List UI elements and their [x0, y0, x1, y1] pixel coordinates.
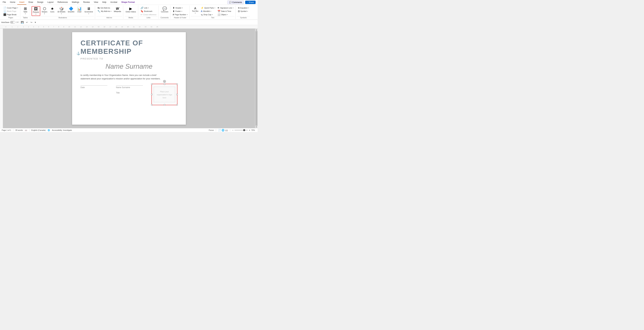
zoom-thumb[interactable] [243, 129, 245, 131]
ribbon-group-tables: ⊞ Table ▾ Tables [21, 5, 30, 19]
tab-acrobat[interactable]: Acrobat [108, 0, 119, 5]
document-area[interactable]: ⚓ CERTIFICATE OF MEMBERSHIP PRESENTED TO… [3, 29, 255, 128]
signature-line-dropdown: ▾ [233, 7, 234, 9]
tab-design[interactable]: Design [35, 0, 45, 5]
link-button[interactable]: 🔗 Link ▾ [140, 6, 158, 9]
tab-references[interactable]: References [56, 0, 70, 5]
ribbon-group-pages: 📄 Cover Page ▾ 📃 Blank Page ⬛ Page Break [1, 5, 20, 19]
handle-top-left[interactable] [151, 83, 152, 85]
logo-box-wrapper[interactable]: ↻ Place your organization's logo here [152, 84, 178, 105]
object-button[interactable]: ⬜ Object ▾ [216, 13, 234, 16]
tab-draw[interactable]: Draw [26, 0, 35, 5]
drop-cap-button[interactable]: ⬎ Drop Cap ▾ [200, 13, 216, 16]
wordart-label: WordArt [203, 10, 210, 12]
tab-shape-format[interactable]: Shape Format [119, 0, 137, 5]
handle-middle-left[interactable] [151, 94, 152, 95]
save-button[interactable]: 💾 [20, 20, 24, 24]
blank-page-label: Blank Page [7, 10, 16, 12]
logo-box[interactable]: Place your organization's logo here [152, 84, 178, 105]
page-number-button[interactable]: # Page Number ▾ [172, 13, 188, 16]
rotate-handle[interactable]: ↻ [163, 80, 166, 83]
footer-button[interactable]: ⬇ Footer ▾ [172, 9, 188, 13]
screenshot-button[interactable]: 🖥 Screenshot ▾ [83, 6, 94, 15]
redo-button[interactable]: ↪ [30, 20, 33, 24]
shapes-dropdown: ▾ [44, 13, 45, 14]
comments-group-label: Comments [160, 16, 169, 19]
tab-home[interactable]: Home [8, 0, 17, 5]
proofread-icon[interactable]: 📖 [25, 129, 27, 131]
text-box-button[interactable]: A Text Box ▾ [191, 6, 200, 14]
scrollbar-vertical[interactable]: ▲ ▼ [255, 29, 258, 128]
handle-middle-right[interactable] [176, 94, 178, 95]
language-icon: 🌐 [48, 129, 50, 131]
handle-bottom-middle[interactable] [164, 104, 165, 106]
cross-reference-button[interactable]: ↩ Cross-reference [140, 13, 158, 16]
accessibility[interactable]: Accessibility: Investigate [52, 129, 72, 131]
my-addins-button[interactable]: 🔧 My Add-ins ▾ [96, 9, 112, 13]
table-button[interactable]: ⊞ Table ▾ [22, 6, 29, 15]
word-count: 39 words [15, 129, 23, 131]
document-page[interactable]: ⚓ CERTIFICATE OF MEMBERSHIP PRESENTED TO… [72, 32, 186, 125]
customize-qat-button[interactable]: ▾ [34, 20, 37, 24]
zoom-in-button[interactable]: + [249, 129, 250, 132]
wordart-button[interactable]: A WordArt ▾ [200, 9, 216, 13]
smartart-button[interactable]: 🔷 SmartArt [67, 6, 75, 13]
undo-button[interactable]: ↩ [25, 20, 29, 24]
ribbon-tabs: File Home Insert Draw Design Layout Refe… [0, 0, 258, 5]
handle-top-middle[interactable] [164, 83, 165, 85]
focus-button[interactable]: Focus [209, 129, 214, 131]
tab-file[interactable]: File [1, 0, 8, 5]
bookmark-button[interactable]: 🔖 Bookmark [140, 9, 158, 13]
scroll-thumb[interactable] [256, 31, 258, 126]
date-label: Date [80, 86, 85, 89]
print-layout-button[interactable]: 📄 [218, 129, 221, 132]
handle-bottom-left[interactable] [151, 104, 152, 106]
chart-button[interactable]: 📊 Chart [76, 6, 83, 13]
language[interactable]: English (Canada) [31, 129, 46, 131]
share-button[interactable]: ↑ Share [245, 1, 256, 4]
handle-bottom-right[interactable] [176, 104, 178, 106]
comments-button[interactable]: 💬 Comments [227, 0, 244, 4]
zoom-out-button[interactable]: − [232, 129, 234, 132]
tab-view[interactable]: View [92, 0, 100, 5]
cert-title[interactable]: CERTIFICATE OF MEMBERSHIP [80, 39, 178, 56]
shapes-button[interactable]: ⬡ Shapes ▾ [40, 6, 48, 15]
tab-layout[interactable]: Layout [46, 0, 56, 5]
3d-models-button[interactable]: 🎲 3D Models ▾ [56, 6, 66, 15]
icons-button[interactable]: ★ Icons [49, 6, 56, 13]
cert-body[interactable]: to certify membership in Your Organizati… [80, 74, 178, 81]
scroll-down[interactable]: ▼ [256, 126, 257, 128]
web-layout-button[interactable]: 🌐 [222, 129, 224, 132]
cert-name[interactable]: Name Surname [80, 63, 178, 70]
signature-line-button[interactable]: ✒ Signature Line ▾ [216, 6, 234, 9]
zoom-level[interactable]: 70% [251, 129, 256, 131]
ribbon-group-comments: 💬 Comment Comments [159, 5, 170, 19]
quick-parts-button[interactable]: ⚡ Quick Parts ▾ [200, 6, 216, 9]
cover-page-button[interactable]: 📄 Cover Page ▾ [2, 6, 19, 9]
comment-button[interactable]: 💬 Comment [160, 6, 169, 13]
get-addins-button[interactable]: 🛍 Get Add-ins [96, 6, 112, 9]
footer-dropdown: ▾ [182, 10, 182, 12]
online-videos-button[interactable]: ▶ Online Videos [124, 6, 137, 13]
blank-page-button[interactable]: 📃 Blank Page [2, 9, 19, 13]
ribbon-content: 📄 Cover Page ▾ 📃 Blank Page ⬛ Page Break [0, 5, 258, 20]
header-button[interactable]: ⬆ Header ▾ [172, 6, 188, 9]
read-mode-button[interactable]: 📖 [225, 129, 228, 132]
tab-help[interactable]: Help [100, 0, 108, 5]
wikipedia-button[interactable]: W Wikipedia [113, 6, 122, 13]
autosave-toggle[interactable] [10, 21, 16, 24]
media-group-items: ▶ Online Videos [124, 5, 137, 16]
tab-insert[interactable]: Insert [17, 0, 26, 5]
handle-top-right[interactable] [176, 83, 178, 85]
zoom-slider[interactable] [234, 130, 248, 131]
screenshot-dropdown: ▾ [88, 13, 89, 14]
date-time-button[interactable]: 📅 Date & Time [216, 9, 234, 13]
tab-review[interactable]: Review [81, 0, 92, 5]
symbol-button[interactable]: Ω Symbol ▾ [237, 9, 250, 13]
my-addins-label: My Add-ins [101, 10, 110, 12]
pictures-button[interactable]: 🖼 Pictures ▾ [32, 6, 40, 16]
page-break-button[interactable]: ⬛ Page Break [2, 13, 19, 16]
scroll-up[interactable]: ▲ [256, 29, 257, 31]
tab-mailings[interactable]: Mailings [70, 0, 81, 5]
equation-button[interactable]: π Equation ▾ [237, 6, 250, 9]
